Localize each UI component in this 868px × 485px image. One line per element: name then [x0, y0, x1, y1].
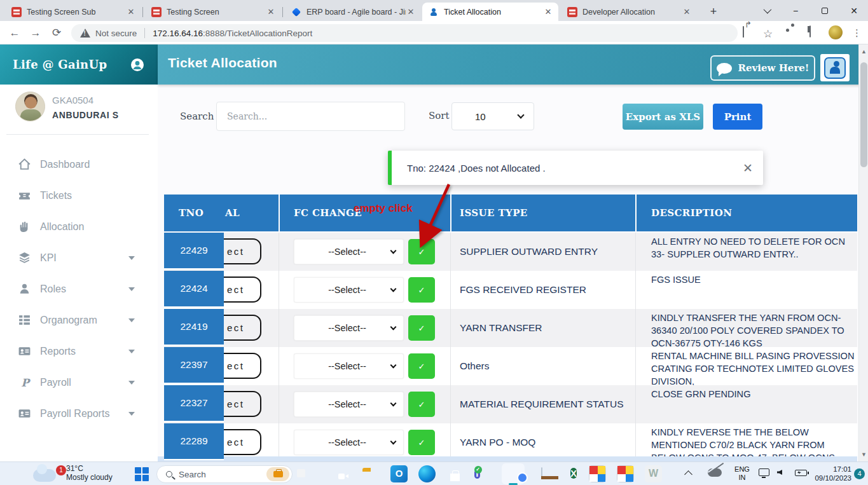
taskbar-erp-app2-icon[interactable] — [617, 465, 634, 482]
user-circle-icon[interactable] — [130, 57, 145, 72]
export-xls-button[interactable]: Export as XLS — [623, 104, 703, 130]
tab-label: Developer Allocation — [582, 8, 682, 17]
taskbar-search[interactable]: Search — [156, 465, 293, 483]
tab-label: ERP board - Agile board - Jir — [307, 8, 406, 17]
user-photo-avatar[interactable] — [15, 92, 45, 121]
scrollbar-thumb[interactable] — [860, 62, 867, 167]
window-close-button[interactable]: ✕ — [841, 0, 867, 21]
sidebar-item-tickets[interactable]: Tickets — [0, 180, 158, 211]
employee-name: ANBUDURAI S — [52, 110, 119, 120]
sidebar-item-kpi[interactable]: KPI — [0, 242, 158, 273]
reload-button[interactable]: ⟳ — [48, 25, 65, 41]
taskbar-erp-app-icon[interactable] — [589, 465, 606, 482]
taskbar-teams-icon[interactable]: T — [474, 468, 480, 479]
fc-change-select[interactable]: --Select-- — [294, 353, 404, 379]
sidebar-item-reports[interactable]: Reports — [0, 336, 158, 367]
toast-close-icon[interactable]: ✕ — [743, 161, 753, 175]
taskbar-wps-icon[interactable]: W — [645, 465, 662, 482]
tab-close-icon[interactable]: ✕ — [682, 7, 692, 17]
share-icon[interactable] — [743, 26, 744, 38]
tab-erp-board[interactable]: ERP board - Agile board - Jir ✕ — [285, 3, 421, 21]
empty-click-annotation: empty click — [354, 202, 413, 215]
fc-change-select[interactable]: --Select-- — [294, 239, 404, 264]
tab-developer-allocation[interactable]: Developer Allocation ✕ — [561, 3, 697, 21]
forward-button[interactable]: → — [27, 25, 44, 41]
print-button[interactable]: Print — [713, 104, 762, 130]
tab-close-icon[interactable]: ✕ — [406, 7, 416, 17]
allocate-check-button[interactable]: ✓ — [408, 239, 435, 264]
horizontal-scrollbar[interactable] — [158, 456, 857, 461]
clock-date[interactable]: 17:01 09/10/2023 — [812, 465, 851, 482]
fc-change-select[interactable]: --Select-- — [294, 430, 404, 455]
network-display-icon[interactable] — [759, 468, 769, 476]
layers-icon — [18, 251, 31, 264]
tray-expand-chevron-icon[interactable] — [684, 470, 692, 479]
tab-search-chevron-icon[interactable] — [753, 0, 780, 21]
toast-message: Tno: 22424 ,Does not Allocated . — [407, 163, 743, 174]
review-here-button[interactable]: Review Here! — [710, 55, 815, 81]
check-icon: ✓ — [418, 247, 425, 257]
tab-separator — [142, 7, 143, 17]
scroll-down-arrow[interactable]: ▼ — [859, 451, 868, 458]
tab-close-icon[interactable]: ✕ — [266, 7, 276, 17]
browser-profile-avatar[interactable] — [829, 25, 843, 39]
side-panel-icon[interactable] — [809, 26, 811, 38]
chevron-down-icon — [128, 350, 135, 353]
scroll-up-arrow[interactable]: ▲ — [859, 48, 868, 55]
sidebar-item-payroll[interactable]: P Payroll — [0, 367, 158, 398]
window-maximize-button[interactable] — [811, 0, 838, 21]
sidebar-item-organogram[interactable]: Organogram — [0, 304, 158, 336]
taskbar-outlook-icon[interactable]: O — [390, 465, 408, 482]
windows-start-button[interactable] — [135, 467, 149, 481]
vertical-scrollbar[interactable]: ▲ ▼ — [858, 44, 868, 461]
tab-testing-screen[interactable]: Testing Screen ✕ — [145, 3, 281, 21]
fc-change-select[interactable]: --Select-- — [294, 277, 404, 303]
not-secure-icon[interactable] — [80, 29, 90, 38]
sidebar-item-dashboard[interactable]: Dashboard — [0, 149, 158, 180]
page-title: Ticket Allocation — [168, 55, 277, 71]
allocate-check-button[interactable]: ✓ — [408, 277, 435, 303]
sidebar-item-payroll-reports[interactable]: Payroll Reports — [0, 398, 158, 429]
date: 09/10/2023 — [815, 474, 851, 482]
allocate-check-button[interactable]: ✓ — [408, 315, 435, 341]
tab-close-icon[interactable]: ✕ — [543, 7, 553, 17]
check-icon: ✓ — [418, 400, 425, 409]
tab-close-icon[interactable]: ✕ — [126, 7, 136, 17]
chevron-down-icon — [128, 256, 135, 260]
battery-charging-icon[interactable] — [795, 470, 807, 476]
fc-change-select[interactable]: --Select-- — [294, 315, 404, 341]
fc-change-select[interactable]: --Select-- — [294, 392, 404, 417]
notification-count-badge[interactable]: 4 — [854, 468, 865, 479]
new-tab-button[interactable]: + — [707, 6, 720, 18]
allocate-check-button[interactable]: ✓ — [408, 353, 435, 379]
sidebar-divider — [6, 134, 149, 135]
allocate-check-button[interactable]: ✓ — [408, 430, 435, 455]
window-minimize-button[interactable]: − — [782, 0, 809, 21]
browser-tab-strip: Testing Screen Sub ✕ Testing Screen ✕ ER… — [0, 0, 868, 21]
table-row: ect 22419 --Select-- ✓ YARN TRANSFER KIN… — [164, 309, 857, 347]
taskbar-notepad-icon[interactable] — [541, 467, 542, 479]
check-icon: ✓ — [418, 324, 425, 333]
search-input[interactable] — [216, 102, 405, 131]
onedrive-paused-icon[interactable] — [708, 468, 722, 477]
back-button[interactable]: ← — [6, 25, 23, 41]
browser-menu-icon[interactable]: ⋮ — [852, 27, 862, 39]
allocate-check-button[interactable]: ✓ — [408, 392, 435, 417]
tno-cell: 22397 — [164, 347, 224, 384]
taskbar-edge-icon[interactable] — [418, 465, 436, 482]
svg-text:P: P — [21, 376, 31, 389]
tab-ticket-allocation-active[interactable]: Ticket Allocation ✕ — [422, 3, 558, 21]
bookmark-star-icon[interactable]: ☆ — [763, 27, 773, 41]
address-bar[interactable]: Not secure 172.16.64.16 :8888/TicketAllo… — [71, 24, 738, 42]
sort-select[interactable]: 10 — [451, 102, 534, 130]
sidebar-item-roles[interactable]: Roles — [0, 273, 158, 304]
tab-testing-screen-sub[interactable]: Testing Screen Sub ✕ — [5, 3, 141, 21]
sidebar-item-allocation[interactable]: Allocation — [0, 211, 158, 242]
url-divider — [144, 28, 145, 38]
home-icon — [18, 158, 31, 171]
id-card-icon — [18, 345, 31, 358]
weather-widget[interactable]: 1 31°C Mostly cloudy — [33, 464, 113, 482]
taskbar-excel-icon[interactable]: X — [570, 468, 577, 479]
volume-icon[interactable] — [777, 470, 782, 475]
language-indicator[interactable]: ENG IN — [731, 465, 753, 482]
